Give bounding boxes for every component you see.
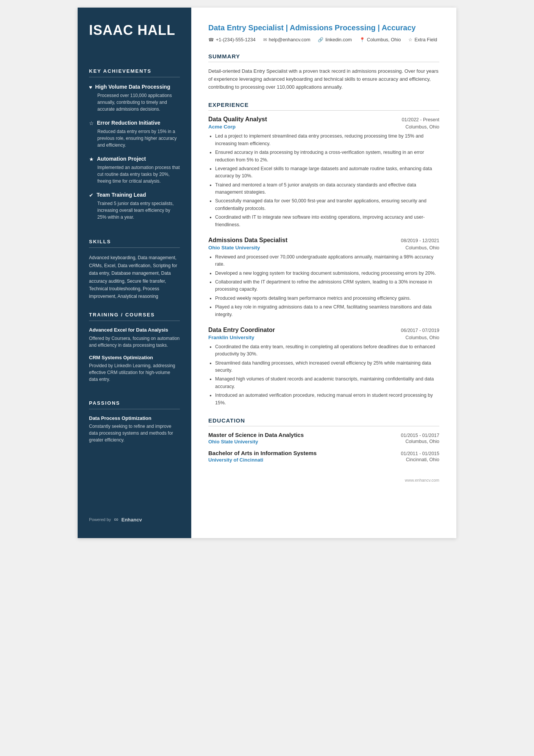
powered-by-text: Powered by — [89, 517, 111, 522]
education-item: Master of Science in Data Analytics 01/2… — [208, 432, 439, 445]
enhancv-logo-icon: ∞ — [114, 516, 118, 523]
bullet-item: Coordinated the data entry team, resulti… — [215, 343, 439, 358]
bullet-item: Reviewed and processed over 70,000 under… — [215, 254, 439, 268]
education-heading: EDUCATION — [208, 417, 439, 426]
bullet-item: Trained and mentored a team of 5 junior … — [215, 182, 439, 196]
bullet-item: Streamlined data handling processes, whi… — [215, 360, 439, 374]
contact-text: linkedin.com — [325, 37, 351, 42]
summary-heading: SUMMARY — [208, 53, 439, 62]
contact-icon: 🔗 — [318, 37, 323, 42]
exp-title: Admissions Data Specialist — [208, 237, 287, 244]
education-item: Bachelor of Arts in Information Systems … — [208, 450, 439, 463]
experience-heading: EXPERIENCE — [208, 102, 439, 111]
education-list: Master of Science in Data Analytics 01/2… — [208, 432, 439, 463]
bullet-item: Led a project to implement streamlined d… — [215, 133, 439, 147]
exp-bullets: Coordinated the data entry team, resulti… — [208, 343, 439, 407]
achievements-list: ♥ High Volume Data Processing Processed … — [89, 83, 180, 228]
key-achievements-heading: KEY ACHIEVEMENTS — [89, 68, 180, 77]
edu-school: University of Cincinnati — [208, 457, 263, 463]
resume-container: ISAAC HALL KEY ACHIEVEMENTS ♥ High Volum… — [78, 8, 456, 538]
bullet-item: Ensured accuracy in data processing by i… — [215, 149, 439, 164]
bullet-item: Collaborated with the IT department to r… — [215, 279, 439, 293]
achievement-desc: Implemented an automation process that c… — [89, 164, 180, 185]
main-footer: www.enhancv.com — [208, 478, 439, 482]
edu-location: Cincinnati, Ohio — [406, 457, 439, 463]
bullet-item: Played a key role in migrating admission… — [215, 304, 439, 318]
edu-school: Ohio State University — [208, 439, 258, 445]
bullet-item: Managed high volumes of student records … — [215, 376, 439, 390]
bullet-item: Coordinated with IT to integrate new sof… — [215, 214, 439, 229]
skills-heading: SKILLS — [89, 239, 180, 248]
contact-icon: ☎ — [208, 37, 214, 42]
achievement-desc: Reduced data entry errors by 15% in a pr… — [89, 128, 180, 149]
exp-location: Columbus, Ohio — [405, 245, 439, 250]
training-list: Advanced Excel for Data Analysis Offered… — [89, 327, 180, 389]
achievement-item: ★ Automation Project Implemented an auto… — [89, 155, 180, 185]
achievement-icon: ♥ — [89, 84, 92, 90]
exp-company: Acme Corp — [208, 124, 236, 130]
contact-info: ☎+1-(234)-555-1234✉help@enhancv.com🔗link… — [208, 37, 439, 42]
bullet-item: Successfully managed data for over 50,00… — [215, 197, 439, 212]
summary-text: Detail-oriented Data Entry Specialist wi… — [208, 67, 439, 91]
edu-degree: Master of Science in Data Analytics — [208, 432, 304, 438]
contact-item: 📍Columbus, Ohio — [359, 37, 401, 42]
training-item: CRM Systems Optimization Provided by Lin… — [89, 355, 180, 383]
bullet-item: Introduced an automated verification pro… — [215, 392, 439, 407]
experience-item: Data Quality Analyst 01/2022 - Present A… — [208, 116, 439, 229]
achievement-desc: Processed over 110,000 applications annu… — [89, 92, 180, 113]
edu-degree: Bachelor of Arts in Information Systems — [208, 450, 317, 456]
contact-icon: 📍 — [359, 37, 365, 42]
edu-location: Columbus, Ohio — [405, 439, 439, 445]
achievement-item: ♥ High Volume Data Processing Processed … — [89, 83, 180, 113]
exp-dates: 08/2019 - 12/2021 — [401, 238, 439, 243]
exp-company: Ohio State University — [208, 245, 260, 250]
enhancv-brand: Enhancv — [122, 517, 142, 523]
contact-text: +1-(234)-555-1234 — [216, 37, 256, 42]
exp-location: Columbus, Ohio — [405, 335, 439, 340]
achievement-icon: ☆ — [89, 120, 94, 126]
exp-company: Franklin University — [208, 335, 255, 340]
skills-text: Advanced keyboarding, Data management, C… — [89, 254, 180, 300]
edu-dates: 01/2011 - 01/2015 — [401, 451, 439, 456]
bullet-item: Leveraged advanced Excel skills to manag… — [215, 165, 439, 180]
contact-text: help@enhancv.com — [269, 37, 311, 42]
exp-bullets: Reviewed and processed over 70,000 under… — [208, 254, 439, 318]
main-title: Data Entry Specialist | Admissions Proce… — [208, 23, 439, 33]
passion-desc: Constantly seeking to refine and improve… — [89, 423, 180, 443]
contact-text: Extra Field — [414, 37, 437, 42]
candidate-name: ISAAC HALL — [89, 23, 180, 38]
achievement-desc: Trained 5 junior data entry specialists,… — [89, 200, 180, 221]
bullet-item: Produced weekly reports detailing team p… — [215, 295, 439, 302]
experience-list: Data Quality Analyst 01/2022 - Present A… — [208, 116, 439, 407]
achievement-icon: ✔ — [89, 192, 94, 198]
exp-bullets: Led a project to implement streamlined d… — [208, 133, 439, 229]
contact-item: ✉help@enhancv.com — [263, 37, 311, 42]
training-desc: Offered by Coursera, focusing on automat… — [89, 335, 180, 349]
sidebar-footer: Powered by ∞ Enhancv — [89, 505, 180, 523]
passions-list: Data Process Optimization Constantly see… — [89, 415, 180, 443]
contact-item: 🔗linkedin.com — [318, 37, 351, 42]
training-desc: Provided by LinkedIn Learning, addressin… — [89, 362, 180, 383]
training-item: Advanced Excel for Data Analysis Offered… — [89, 327, 180, 349]
achievement-icon: ★ — [89, 156, 94, 162]
main-content: Data Entry Specialist | Admissions Proce… — [191, 8, 456, 538]
bullet-item: Developed a new logging system for track… — [215, 270, 439, 277]
contact-text: Columbus, Ohio — [367, 37, 401, 42]
exp-dates: 06/2017 - 07/2019 — [401, 328, 439, 333]
achievement-title: Automation Project — [97, 155, 146, 162]
contact-item: ☆Extra Field — [408, 37, 437, 42]
passions-heading: PASSIONS — [89, 400, 180, 409]
website-text: www.enhancv.com — [405, 478, 439, 482]
passion-item: Data Process Optimization Constantly see… — [89, 415, 180, 443]
achievement-title: High Volume Data Processing — [95, 83, 170, 90]
exp-dates: 01/2022 - Present — [402, 117, 439, 122]
achievement-item: ☆ Error Reduction Initiative Reduced dat… — [89, 119, 180, 149]
exp-title: Data Quality Analyst — [208, 116, 267, 123]
edu-dates: 01/2015 - 01/2017 — [401, 433, 439, 438]
sidebar: ISAAC HALL KEY ACHIEVEMENTS ♥ High Volum… — [78, 8, 191, 538]
achievement-title: Team Training Lead — [97, 191, 146, 198]
training-title: Advanced Excel for Data Analysis — [89, 327, 180, 333]
achievement-item: ✔ Team Training Lead Trained 5 junior da… — [89, 191, 180, 221]
training-heading: TRAINING / COURSES — [89, 312, 180, 321]
achievement-title: Error Reduction Initiative — [97, 119, 160, 126]
